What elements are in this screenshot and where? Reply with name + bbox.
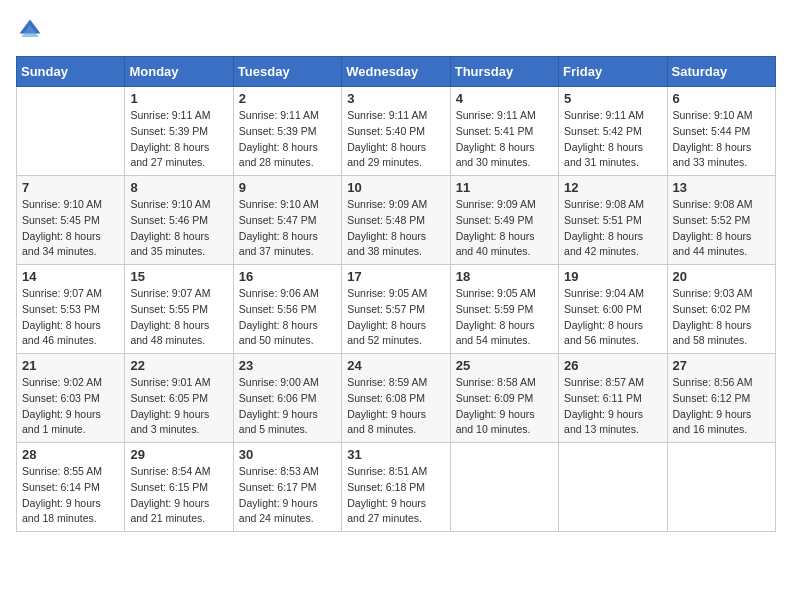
- day-info: Sunrise: 9:02 AM Sunset: 6:03 PM Dayligh…: [22, 375, 119, 438]
- calendar-cell: 18Sunrise: 9:05 AM Sunset: 5:59 PM Dayli…: [450, 265, 558, 354]
- day-info: Sunrise: 9:01 AM Sunset: 6:05 PM Dayligh…: [130, 375, 227, 438]
- day-number: 21: [22, 358, 119, 373]
- day-number: 3: [347, 91, 444, 106]
- day-number: 14: [22, 269, 119, 284]
- calendar-cell: 22Sunrise: 9:01 AM Sunset: 6:05 PM Dayli…: [125, 354, 233, 443]
- calendar-cell: [667, 443, 775, 532]
- day-number: 10: [347, 180, 444, 195]
- day-info: Sunrise: 9:11 AM Sunset: 5:39 PM Dayligh…: [239, 108, 336, 171]
- weekday-header-row: SundayMondayTuesdayWednesdayThursdayFrid…: [17, 57, 776, 87]
- calendar-cell: 1Sunrise: 9:11 AM Sunset: 5:39 PM Daylig…: [125, 87, 233, 176]
- day-info: Sunrise: 9:08 AM Sunset: 5:52 PM Dayligh…: [673, 197, 770, 260]
- calendar-cell: 26Sunrise: 8:57 AM Sunset: 6:11 PM Dayli…: [559, 354, 667, 443]
- day-info: Sunrise: 9:10 AM Sunset: 5:47 PM Dayligh…: [239, 197, 336, 260]
- day-number: 31: [347, 447, 444, 462]
- calendar-cell: 14Sunrise: 9:07 AM Sunset: 5:53 PM Dayli…: [17, 265, 125, 354]
- day-number: 23: [239, 358, 336, 373]
- day-info: Sunrise: 8:56 AM Sunset: 6:12 PM Dayligh…: [673, 375, 770, 438]
- day-info: Sunrise: 9:08 AM Sunset: 5:51 PM Dayligh…: [564, 197, 661, 260]
- calendar-body: 1Sunrise: 9:11 AM Sunset: 5:39 PM Daylig…: [17, 87, 776, 532]
- day-number: 8: [130, 180, 227, 195]
- week-row-0: 1Sunrise: 9:11 AM Sunset: 5:39 PM Daylig…: [17, 87, 776, 176]
- calendar-cell: 10Sunrise: 9:09 AM Sunset: 5:48 PM Dayli…: [342, 176, 450, 265]
- day-number: 27: [673, 358, 770, 373]
- week-row-1: 7Sunrise: 9:10 AM Sunset: 5:45 PM Daylig…: [17, 176, 776, 265]
- day-number: 17: [347, 269, 444, 284]
- weekday-wednesday: Wednesday: [342, 57, 450, 87]
- day-info: Sunrise: 9:09 AM Sunset: 5:48 PM Dayligh…: [347, 197, 444, 260]
- calendar-cell: 12Sunrise: 9:08 AM Sunset: 5:51 PM Dayli…: [559, 176, 667, 265]
- calendar-cell: 9Sunrise: 9:10 AM Sunset: 5:47 PM Daylig…: [233, 176, 341, 265]
- day-info: Sunrise: 9:06 AM Sunset: 5:56 PM Dayligh…: [239, 286, 336, 349]
- day-number: 6: [673, 91, 770, 106]
- calendar-cell: 15Sunrise: 9:07 AM Sunset: 5:55 PM Dayli…: [125, 265, 233, 354]
- day-number: 26: [564, 358, 661, 373]
- page-header: [16, 16, 776, 44]
- calendar-cell: 20Sunrise: 9:03 AM Sunset: 6:02 PM Dayli…: [667, 265, 775, 354]
- day-info: Sunrise: 9:09 AM Sunset: 5:49 PM Dayligh…: [456, 197, 553, 260]
- day-number: 4: [456, 91, 553, 106]
- week-row-3: 21Sunrise: 9:02 AM Sunset: 6:03 PM Dayli…: [17, 354, 776, 443]
- day-number: 9: [239, 180, 336, 195]
- day-info: Sunrise: 9:10 AM Sunset: 5:46 PM Dayligh…: [130, 197, 227, 260]
- day-number: 25: [456, 358, 553, 373]
- day-number: 13: [673, 180, 770, 195]
- day-number: 12: [564, 180, 661, 195]
- day-info: Sunrise: 9:11 AM Sunset: 5:42 PM Dayligh…: [564, 108, 661, 171]
- day-number: 16: [239, 269, 336, 284]
- weekday-friday: Friday: [559, 57, 667, 87]
- calendar-cell: 3Sunrise: 9:11 AM Sunset: 5:40 PM Daylig…: [342, 87, 450, 176]
- calendar-cell: 31Sunrise: 8:51 AM Sunset: 6:18 PM Dayli…: [342, 443, 450, 532]
- calendar-cell: 27Sunrise: 8:56 AM Sunset: 6:12 PM Dayli…: [667, 354, 775, 443]
- calendar-table: SundayMondayTuesdayWednesdayThursdayFrid…: [16, 56, 776, 532]
- day-number: 29: [130, 447, 227, 462]
- day-info: Sunrise: 9:10 AM Sunset: 5:45 PM Dayligh…: [22, 197, 119, 260]
- day-info: Sunrise: 9:07 AM Sunset: 5:53 PM Dayligh…: [22, 286, 119, 349]
- day-info: Sunrise: 9:11 AM Sunset: 5:40 PM Dayligh…: [347, 108, 444, 171]
- day-info: Sunrise: 9:05 AM Sunset: 5:59 PM Dayligh…: [456, 286, 553, 349]
- day-info: Sunrise: 9:07 AM Sunset: 5:55 PM Dayligh…: [130, 286, 227, 349]
- weekday-sunday: Sunday: [17, 57, 125, 87]
- day-number: 20: [673, 269, 770, 284]
- day-info: Sunrise: 9:11 AM Sunset: 5:41 PM Dayligh…: [456, 108, 553, 171]
- day-number: 30: [239, 447, 336, 462]
- calendar-cell: 16Sunrise: 9:06 AM Sunset: 5:56 PM Dayli…: [233, 265, 341, 354]
- calendar-cell: 4Sunrise: 9:11 AM Sunset: 5:41 PM Daylig…: [450, 87, 558, 176]
- day-number: 1: [130, 91, 227, 106]
- calendar-cell: 6Sunrise: 9:10 AM Sunset: 5:44 PM Daylig…: [667, 87, 775, 176]
- day-number: 7: [22, 180, 119, 195]
- day-number: 18: [456, 269, 553, 284]
- day-info: Sunrise: 9:00 AM Sunset: 6:06 PM Dayligh…: [239, 375, 336, 438]
- day-info: Sunrise: 8:51 AM Sunset: 6:18 PM Dayligh…: [347, 464, 444, 527]
- day-info: Sunrise: 9:11 AM Sunset: 5:39 PM Dayligh…: [130, 108, 227, 171]
- logo-icon: [16, 16, 44, 44]
- day-info: Sunrise: 9:10 AM Sunset: 5:44 PM Dayligh…: [673, 108, 770, 171]
- calendar-cell: 29Sunrise: 8:54 AM Sunset: 6:15 PM Dayli…: [125, 443, 233, 532]
- calendar-cell: 17Sunrise: 9:05 AM Sunset: 5:57 PM Dayli…: [342, 265, 450, 354]
- day-info: Sunrise: 9:05 AM Sunset: 5:57 PM Dayligh…: [347, 286, 444, 349]
- weekday-saturday: Saturday: [667, 57, 775, 87]
- calendar-cell: 30Sunrise: 8:53 AM Sunset: 6:17 PM Dayli…: [233, 443, 341, 532]
- weekday-tuesday: Tuesday: [233, 57, 341, 87]
- day-number: 24: [347, 358, 444, 373]
- day-info: Sunrise: 8:58 AM Sunset: 6:09 PM Dayligh…: [456, 375, 553, 438]
- day-number: 19: [564, 269, 661, 284]
- calendar-cell: [450, 443, 558, 532]
- calendar-cell: [17, 87, 125, 176]
- week-row-4: 28Sunrise: 8:55 AM Sunset: 6:14 PM Dayli…: [17, 443, 776, 532]
- day-number: 28: [22, 447, 119, 462]
- day-info: Sunrise: 9:04 AM Sunset: 6:00 PM Dayligh…: [564, 286, 661, 349]
- day-info: Sunrise: 8:53 AM Sunset: 6:17 PM Dayligh…: [239, 464, 336, 527]
- calendar-cell: 21Sunrise: 9:02 AM Sunset: 6:03 PM Dayli…: [17, 354, 125, 443]
- calendar-cell: 13Sunrise: 9:08 AM Sunset: 5:52 PM Dayli…: [667, 176, 775, 265]
- calendar-cell: 25Sunrise: 8:58 AM Sunset: 6:09 PM Dayli…: [450, 354, 558, 443]
- week-row-2: 14Sunrise: 9:07 AM Sunset: 5:53 PM Dayli…: [17, 265, 776, 354]
- day-number: 5: [564, 91, 661, 106]
- day-number: 15: [130, 269, 227, 284]
- day-number: 2: [239, 91, 336, 106]
- calendar-cell: 19Sunrise: 9:04 AM Sunset: 6:00 PM Dayli…: [559, 265, 667, 354]
- day-info: Sunrise: 8:55 AM Sunset: 6:14 PM Dayligh…: [22, 464, 119, 527]
- calendar-cell: 5Sunrise: 9:11 AM Sunset: 5:42 PM Daylig…: [559, 87, 667, 176]
- day-info: Sunrise: 8:59 AM Sunset: 6:08 PM Dayligh…: [347, 375, 444, 438]
- calendar-cell: 23Sunrise: 9:00 AM Sunset: 6:06 PM Dayli…: [233, 354, 341, 443]
